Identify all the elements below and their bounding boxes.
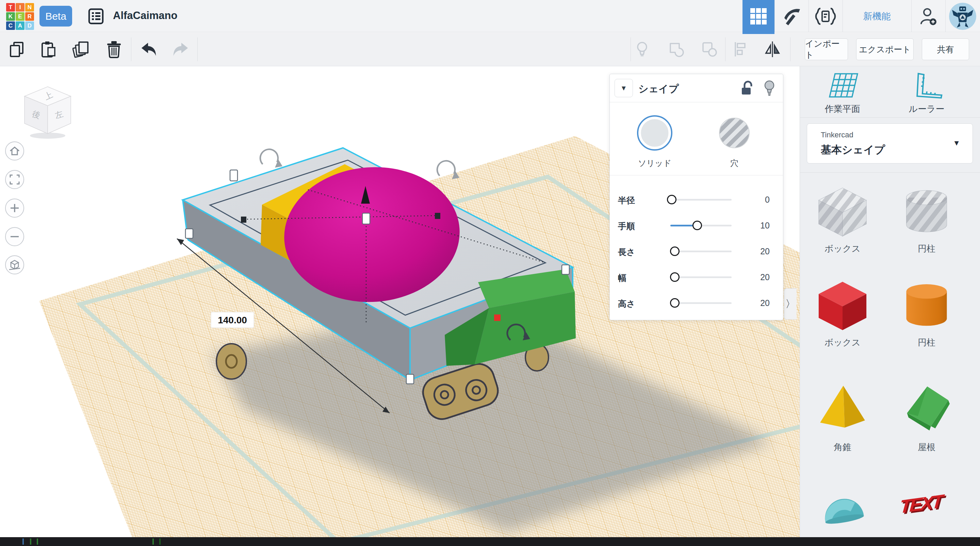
undo-button[interactable]	[140, 41, 157, 58]
unlock-icon[interactable]	[740, 80, 755, 98]
zoom-in-button[interactable]	[5, 198, 24, 217]
shape-label: 円柱	[889, 243, 964, 255]
shape-box-hole[interactable]: ボックス	[805, 181, 880, 255]
slider-handle[interactable]	[670, 272, 679, 282]
duplicate-button[interactable]	[73, 41, 89, 58]
shape-round-roof[interactable]: 円形屋根	[805, 474, 880, 546]
slider-label: 長さ	[618, 246, 635, 258]
slider-handle[interactable]	[670, 298, 679, 308]
slider-track[interactable]	[670, 298, 732, 308]
slider-handle[interactable]	[667, 195, 676, 204]
slider-track[interactable]	[670, 272, 732, 282]
robot-avatar-icon	[949, 2, 977, 30]
logo-tile: T	[6, 3, 15, 11]
view-cube[interactable]: 上 後 左	[21, 83, 75, 140]
copy-button[interactable]	[8, 41, 25, 58]
logo-tile: D	[25, 21, 34, 30]
shape-label: ボックス	[805, 243, 880, 255]
show-all-button[interactable]	[633, 41, 651, 58]
panel-collapse-button[interactable]: ▼	[614, 79, 633, 97]
home-view-button[interactable]	[5, 141, 24, 160]
hide-bulb-icon[interactable]	[762, 79, 776, 98]
shape-text[interactable]: TEXT TEXT 文字	[889, 474, 964, 546]
shape-label: 角錐	[805, 441, 880, 453]
top-bar: T I N K E R C A D Beta AlfaCaimano	[0, 0, 980, 32]
slider-value: 20	[736, 298, 770, 308]
sidebar-collapse-chevron[interactable]: 〉	[784, 288, 797, 319]
shape-label: ボックス	[805, 336, 880, 349]
green-box-handle[interactable]	[494, 314, 501, 321]
hole-option[interactable]: 穴	[711, 114, 758, 168]
delete-button[interactable]	[105, 41, 123, 58]
logo-tile: C	[6, 21, 15, 30]
logo-tile: K	[6, 12, 15, 21]
slider-value: 20	[736, 246, 770, 256]
tinkercad-logo[interactable]: T I N K E R C A D	[6, 3, 34, 30]
slider-label: 高さ	[618, 298, 635, 310]
align-button[interactable]	[732, 41, 749, 58]
export-button[interactable]: エクスポート	[856, 38, 914, 60]
design-properties-icon[interactable]	[88, 8, 104, 26]
account-avatar[interactable]	[945, 0, 980, 32]
divider	[725, 37, 725, 61]
shape-cylinder[interactable]: 円柱	[889, 275, 964, 349]
shape-box[interactable]: ボックス	[805, 275, 880, 349]
shape-inspector-panel: ▼ シェイプ ソリッド	[609, 74, 783, 320]
panel-title: シェイプ	[638, 82, 679, 96]
taskbar-tick	[153, 538, 154, 544]
ruler-label: ルーラー	[892, 103, 961, 115]
slider-track[interactable]	[670, 221, 732, 230]
divider	[131, 37, 131, 61]
slider-length: 長さ 20	[610, 245, 783, 259]
slider-label: 手順	[618, 221, 635, 232]
library-brand: Tinkercad	[821, 130, 853, 140]
dimension-value: 140.00	[218, 315, 247, 325]
mirror-button[interactable]	[764, 41, 781, 58]
caret-down-icon: ▼	[953, 139, 960, 148]
logo-tile: A	[16, 21, 24, 30]
ruler-tool[interactable]: ルーラー	[892, 71, 961, 115]
ungroup-button[interactable]	[701, 41, 718, 58]
shape-cylinder-hole[interactable]: 円柱	[889, 181, 964, 255]
solid-label: ソリッド	[631, 158, 679, 168]
shape-label: 屋根	[889, 441, 964, 453]
shape-pyramid[interactable]: 角錐	[805, 379, 880, 453]
taskbar-tick	[37, 538, 38, 544]
slider-handle[interactable]	[670, 246, 679, 256]
share-button[interactable]: 共有	[922, 38, 969, 60]
slider-width: 幅 20	[610, 271, 783, 284]
slider-track[interactable]	[670, 246, 732, 256]
minecraft-export-button[interactable]	[775, 0, 808, 32]
divider	[800, 117, 980, 117]
group-button[interactable]	[668, 41, 685, 58]
slider-label: 半径	[618, 195, 635, 206]
slider-track[interactable]	[670, 195, 732, 204]
paste-button[interactable]	[40, 41, 57, 58]
slider-value: 0	[736, 195, 770, 205]
code-blocks-icon	[815, 6, 836, 26]
shapes-sidebar: 作業平面 ルーラー Tinkercad 基本シェイプ ▼	[800, 66, 980, 546]
import-button[interactable]: インポート	[805, 38, 848, 60]
shape-roof[interactable]: 屋根	[889, 379, 964, 453]
beta-badge[interactable]: Beta	[40, 6, 72, 27]
workplane-tool[interactable]: 作業平面	[808, 71, 877, 115]
redo-button[interactable]	[172, 41, 189, 58]
fit-view-button[interactable]	[5, 170, 24, 189]
workplane-label: 作業平面	[808, 103, 877, 115]
perspective-toggle-button[interactable]	[5, 256, 24, 275]
slider-steps: 手順 10	[610, 219, 783, 233]
slider-value: 20	[736, 272, 770, 282]
zoom-out-button[interactable]	[5, 227, 24, 246]
blocks-view-button[interactable]	[743, 0, 775, 32]
solid-option[interactable]: ソリッド	[631, 114, 679, 168]
logo-tile: N	[25, 3, 34, 11]
invite-user-button[interactable]	[911, 0, 945, 32]
slider-handle[interactable]	[692, 221, 702, 230]
new-features-link[interactable]: 新機能	[843, 0, 911, 32]
wheel-left[interactable]	[216, 344, 247, 379]
document-title[interactable]: AlfaCaimano	[113, 10, 177, 22]
grid-icon	[749, 8, 767, 25]
codeblocks-button[interactable]	[808, 0, 843, 32]
divider	[630, 37, 631, 61]
shape-library-select[interactable]: Tinkercad 基本シェイプ ▼	[807, 124, 973, 163]
